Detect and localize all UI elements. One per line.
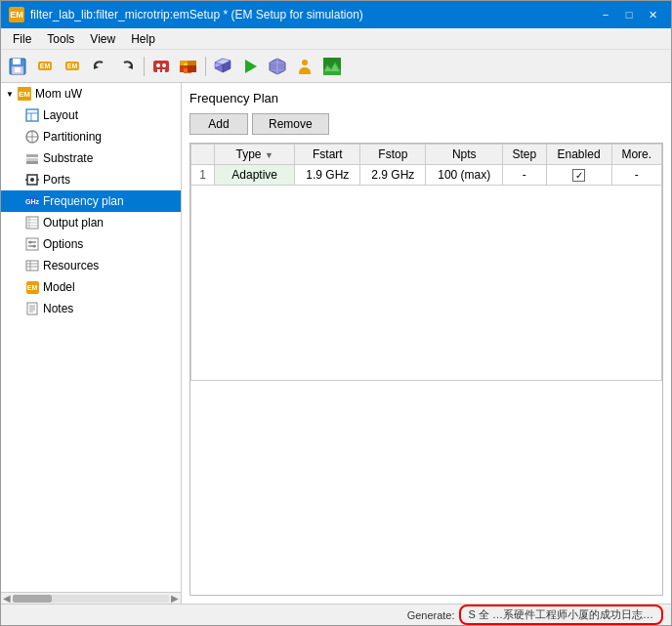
th-step: Step — [503, 145, 546, 165]
row-npts: 100 (max) — [426, 165, 503, 186]
scrollbar-track[interactable] — [13, 595, 169, 603]
sidebar-label-output-plan: Output plan — [43, 216, 104, 230]
toolbar-separator-2 — [205, 57, 206, 76]
tool-button-3d[interactable] — [176, 54, 201, 79]
sidebar-item-layout[interactable]: Layout — [1, 104, 181, 126]
sidebar-item-model[interactable]: EM Model — [1, 276, 181, 298]
undo-button[interactable] — [87, 54, 112, 79]
sidebar-item-substrate[interactable]: Substrate — [1, 147, 181, 169]
svg-rect-3 — [15, 67, 21, 72]
notes-icon — [24, 301, 40, 316]
svg-point-26 — [302, 60, 308, 65]
th-fstart: Fstart — [295, 145, 360, 165]
sidebar-label-resources: Resources — [43, 259, 99, 272]
svg-marker-5 — [128, 64, 133, 69]
svg-rect-37 — [26, 154, 38, 157]
tool-button-3d-2[interactable] — [265, 54, 290, 79]
button-row: Add Remove — [189, 113, 663, 135]
menu-tools[interactable]: Tools — [39, 30, 82, 48]
close-button[interactable]: ✕ — [642, 5, 663, 24]
sidebar: ▼ EM Mom uW Layout — [1, 83, 182, 604]
substrate-icon — [24, 150, 40, 166]
sidebar-label-layout: Layout — [43, 108, 78, 122]
sidebar-scrollbar[interactable]: ◀ ▶ — [1, 592, 181, 604]
output-plan-icon — [24, 215, 40, 230]
table-row[interactable]: 1 Adaptive 1.9 GHz 2.9 GHz 100 (max) - ✓ — [191, 165, 662, 186]
empty-row — [191, 186, 662, 381]
right-panel: Frequency Plan Add Remove Type ▼ — [182, 83, 671, 604]
sidebar-item-partitioning[interactable]: Partitioning — [1, 126, 181, 147]
th-empty — [191, 145, 215, 165]
titlebar-left: EM filter_lab_lib:filter_microtrip:emSet… — [9, 7, 363, 22]
scroll-left-arrow[interactable]: ◀ — [3, 593, 11, 604]
th-enabled: Enabled — [546, 145, 611, 165]
remove-button[interactable]: Remove — [252, 113, 329, 135]
row-enabled[interactable]: ✓ — [546, 165, 611, 186]
restore-button[interactable]: □ — [618, 5, 640, 24]
main-window: EM filter_lab_lib:filter_microtrip:emSet… — [0, 0, 672, 626]
svg-point-8 — [162, 63, 166, 67]
th-more: More. — [611, 145, 661, 165]
svg-rect-10 — [162, 69, 165, 72]
sidebar-item-options[interactable]: Options — [1, 233, 181, 255]
em-button-1[interactable]: EM — [32, 54, 58, 79]
svg-rect-9 — [157, 69, 160, 72]
menu-help[interactable]: Help — [123, 30, 163, 48]
tree-root[interactable]: ▼ EM Mom uW — [1, 83, 181, 104]
freq-plan-icon: GHz — [24, 193, 40, 209]
tree-root-icon: EM — [17, 86, 32, 102]
scroll-right-arrow[interactable]: ▶ — [171, 593, 179, 604]
sidebar-label-options: Options — [43, 237, 83, 251]
sidebar-label-substrate: Substrate — [43, 151, 93, 165]
tree-expand-arrow: ▼ — [5, 89, 15, 99]
sidebar-item-frequency-plan[interactable]: GHz Frequency plan — [1, 190, 181, 212]
titlebar: EM filter_lab_lib:filter_microtrip:emSet… — [1, 1, 671, 28]
row-fstop: 2.9 GHz — [360, 165, 426, 186]
tool-button-skull[interactable] — [148, 54, 174, 79]
enabled-checkbox[interactable]: ✓ — [553, 169, 606, 182]
menu-view[interactable]: View — [82, 30, 123, 48]
status-label: Generate: — [407, 609, 455, 621]
sort-arrow-type: ▼ — [265, 150, 273, 160]
em-button-2[interactable]: EM — [60, 54, 85, 79]
tree-root-label: Mom uW — [35, 87, 82, 101]
save-button[interactable] — [5, 54, 30, 79]
options-icon — [24, 236, 40, 252]
svg-rect-1 — [13, 59, 21, 64]
svg-point-53 — [33, 245, 36, 248]
checkbox-checked[interactable]: ✓ — [572, 169, 585, 182]
add-button[interactable]: Add — [189, 113, 248, 135]
svg-rect-31 — [26, 109, 38, 121]
row-fstart: 1.9 GHz — [295, 165, 360, 186]
run-button[interactable] — [237, 54, 263, 79]
sidebar-item-ports[interactable]: Ports — [1, 169, 181, 190]
row-type[interactable]: Adaptive — [215, 165, 295, 186]
svg-rect-38 — [26, 158, 38, 161]
th-fstop: Fstop — [360, 145, 426, 165]
toolbar: EM EM — [1, 50, 671, 83]
ports-icon — [24, 172, 40, 188]
svg-rect-16 — [188, 65, 196, 72]
scrollbar-thumb[interactable] — [13, 595, 52, 603]
sidebar-item-output-plan[interactable]: Output plan — [1, 212, 181, 233]
svg-rect-30 — [323, 71, 341, 75]
tool-button-person[interactable] — [292, 54, 317, 79]
sidebar-label-frequency-plan: Frequency plan — [43, 194, 124, 208]
th-type[interactable]: Type ▼ — [215, 145, 295, 165]
tool-button-terrain[interactable] — [319, 54, 345, 79]
svg-point-7 — [156, 63, 160, 67]
sidebar-item-notes[interactable]: Notes — [1, 298, 181, 319]
titlebar-app-icon: EM — [9, 7, 24, 22]
svg-rect-49 — [26, 238, 38, 250]
svg-rect-6 — [153, 61, 169, 72]
row-more: - — [611, 165, 661, 186]
sidebar-label-partitioning: Partitioning — [43, 130, 102, 144]
svg-rect-39 — [26, 161, 38, 164]
menu-file[interactable]: File — [5, 30, 39, 48]
resources-icon — [24, 258, 40, 273]
svg-marker-21 — [245, 60, 257, 73]
sidebar-item-resources[interactable]: Resources — [1, 255, 181, 276]
redo-button[interactable] — [114, 54, 140, 79]
minimize-button[interactable]: − — [595, 5, 616, 24]
tool-button-box[interactable] — [210, 54, 235, 79]
